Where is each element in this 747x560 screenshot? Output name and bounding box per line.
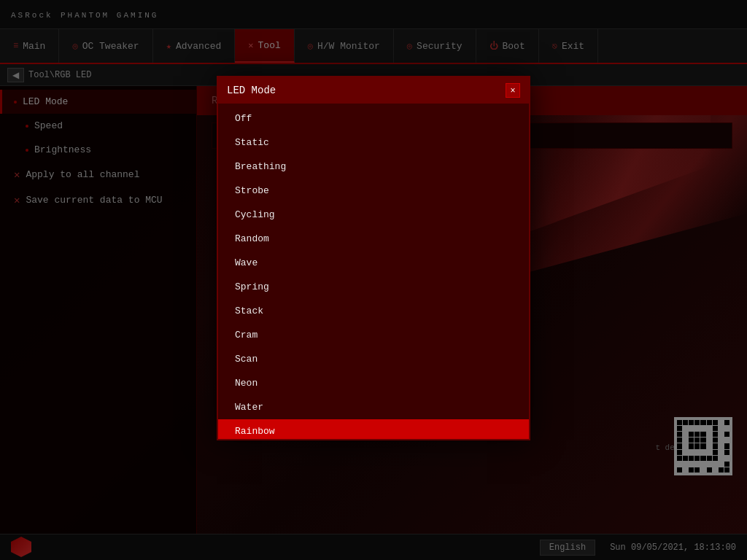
modal-item-rainbow[interactable]: Rainbow	[218, 419, 529, 439]
modal-item-stack[interactable]: Stack	[218, 299, 529, 323]
modal-overlay[interactable]: LED Mode × OffStaticBreathingStrobeCycli…	[0, 0, 747, 560]
modal-item-random[interactable]: Random	[218, 227, 529, 251]
modal-item-wave[interactable]: Wave	[218, 251, 529, 275]
modal-item-scan[interactable]: Scan	[218, 347, 529, 371]
led-mode-modal: LED Mode × OffStaticBreathingStrobeCycli…	[217, 76, 530, 440]
modal-title: LED Mode	[227, 85, 276, 96]
modal-item-cycling[interactable]: Cycling	[218, 203, 529, 227]
modal-item-off[interactable]: Off	[218, 106, 529, 131]
modal-item-neon[interactable]: Neon	[218, 371, 529, 395]
modal-item-water[interactable]: Water	[218, 395, 529, 419]
modal-list: OffStaticBreathingStrobeCyclingRandomWav…	[218, 104, 529, 439]
modal-close-button[interactable]: ×	[506, 83, 520, 98]
modal-item-cram[interactable]: Cram	[218, 323, 529, 347]
modal-item-static[interactable]: Static	[218, 131, 529, 155]
modal-item-spring[interactable]: Spring	[218, 275, 529, 299]
modal-item-breathing[interactable]: Breathing	[218, 155, 529, 179]
modal-title-bar: LED Mode ×	[218, 77, 529, 104]
modal-item-strobe[interactable]: Strobe	[218, 179, 529, 203]
